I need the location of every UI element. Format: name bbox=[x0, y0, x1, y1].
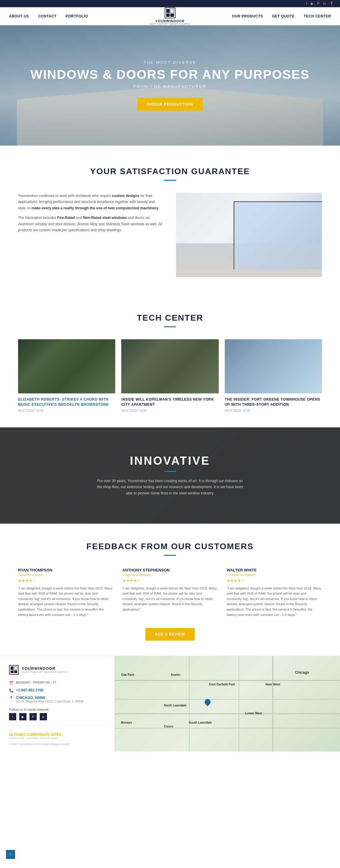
tech-img-visual-2 bbox=[121, 339, 218, 394]
footer-glyanec-sub: MARKETING, SUPPORT, ADVERTISING. bbox=[9, 737, 105, 740]
nav-left: ABOUT US CONTACT PORTFOLIO bbox=[9, 14, 88, 18]
tech-center-section: TECH CENTER ELIZABETH ROBERTS- STRIKES A… bbox=[0, 295, 340, 427]
map-icon: 📍 bbox=[9, 696, 13, 700]
map-road-v1 bbox=[189, 656, 190, 752]
navigation: ABOUT US CONTACT PORTFOLIO YOURWINDOOR E… bbox=[0, 7, 340, 25]
tech-card-img-1 bbox=[18, 339, 115, 394]
satisfaction-text: Yourwindoor continues to work with archi… bbox=[18, 193, 164, 237]
nav-portfolio[interactable]: PORTFOLIO bbox=[66, 14, 88, 18]
feedback-card-1: RYAN THOMPSON Customer of doors ★★★★☆ "I… bbox=[18, 568, 114, 618]
footer-map: Oak Park Austin East Garfield Park Near … bbox=[114, 656, 340, 752]
reviewer-type-3: Customer of windows bbox=[226, 573, 322, 577]
footer-hours-text: MONDAY - FRIDAY 09 - 17 bbox=[16, 681, 56, 684]
pinterest-icon[interactable]: P bbox=[317, 1, 319, 6]
satisfaction-para2: The fabrication includes Fire-Rated and … bbox=[18, 215, 164, 233]
reviewer-name-3: WALTER WHITE bbox=[226, 568, 322, 572]
youtube-icon[interactable]: ▶ bbox=[311, 1, 313, 6]
reviewer-name-1: RYAN THOMPSON bbox=[18, 568, 114, 572]
feedback-title: FEEDBACK FROM OUR CUSTOMERS bbox=[18, 542, 322, 551]
footer-pinterest-icon[interactable]: P bbox=[30, 713, 37, 720]
footer-brand-name: YOURWINDOOR bbox=[22, 666, 68, 671]
nav-tech-center[interactable]: TECH CENTER bbox=[304, 14, 331, 18]
reviewer-text-2: "I am delighted, bought a week before th… bbox=[122, 586, 218, 612]
hero-title: WINDOWS & DOORS FOR ANY PURPOSES bbox=[30, 68, 309, 82]
hero-pretitle: THE MOST DIVERSE bbox=[30, 60, 309, 65]
nav-contact[interactable]: CONTACT bbox=[38, 14, 57, 18]
tech-img-visual-3 bbox=[225, 339, 322, 394]
logo-sub: EURO COMFORT DESIGN & SUPPLY bbox=[150, 23, 190, 25]
map-label-near-west: Near West bbox=[266, 683, 280, 686]
satisfaction-section: YOUR SATISFACTION GUARANTEE Yourwindoor … bbox=[0, 146, 340, 295]
logo-icon bbox=[164, 7, 176, 18]
innovative-section: INNOVATIVE For over 30 years, Yourwindoo… bbox=[0, 427, 340, 524]
map-label-south-lawndale: South Lawndale bbox=[189, 721, 212, 724]
map-visual: Oak Park Austin East Garfield Park Near … bbox=[114, 656, 340, 752]
tech-center-title: TECH CENTER bbox=[18, 313, 322, 323]
add-review-button[interactable]: ADD A REVIEW bbox=[145, 628, 195, 641]
reviewer-type-2: Customer of windows bbox=[122, 573, 218, 577]
innovative-text: For over 30 years, Yourwindoor has been … bbox=[95, 478, 245, 496]
map-label-north-lawndale: North Lawndale bbox=[164, 704, 187, 707]
map-road-v3 bbox=[272, 656, 273, 752]
nav-logo[interactable]: YOURWINDOOR EURO COMFORT DESIGN & SUPPLY bbox=[150, 7, 190, 25]
feedback-card-2: ANTHONY STEPHENSON Customer of windows ★… bbox=[122, 568, 218, 618]
map-label-east-garfield: East Garfield Park bbox=[209, 683, 235, 686]
hero-subtitle: FROM THE MANUFACTURER bbox=[30, 84, 309, 89]
tech-card-date-1: 09.07.2021P 10:09 bbox=[18, 409, 115, 412]
tech-card-title-1: ELIZABETH ROBERTS- STRIKES A CHORD WITH … bbox=[18, 397, 115, 407]
map-road-v2 bbox=[239, 656, 239, 752]
satisfaction-divider bbox=[164, 180, 176, 181]
feedback-grid: RYAN THOMPSON Customer of doors ★★★★☆ "I… bbox=[18, 568, 322, 618]
reviewer-stars-2: ★★★★☆ bbox=[122, 578, 218, 583]
footer-social-label: Follow us in social network: bbox=[9, 708, 49, 711]
footer-hours: ⏰ MONDAY - FRIDAY 09 - 17 bbox=[9, 681, 105, 685]
map-label-austin: Austin bbox=[171, 673, 180, 676]
tech-center-divider bbox=[164, 326, 176, 327]
footer-glyanec-label: ✦ bbox=[9, 729, 105, 732]
satisfaction-title: YOUR SATISFACTION GUARANTEE bbox=[18, 166, 322, 176]
add-review-wrap: ADD A REVIEW bbox=[18, 628, 322, 641]
footer-glyanec-name: GLYANEC CORPORATE SITES bbox=[9, 733, 105, 737]
nav-get-quote[interactable]: GET QUOTE bbox=[272, 14, 295, 18]
footer-facebook-icon[interactable]: f bbox=[9, 713, 16, 720]
tech-card-title-2: INSIDE WILL KOPELMAN'S TIMELESS NEW YORK… bbox=[121, 397, 218, 407]
footer-street: 510 N. Magenta Way #1213, Cook Road, IL … bbox=[16, 700, 83, 703]
reviewer-name-2: ANTHONY STEPHENSON bbox=[122, 568, 218, 572]
footer-location: 📍 CHICAGO, 60008 510 N. Magenta Way #121… bbox=[9, 696, 105, 703]
nav-about-us[interactable]: ABOUT US bbox=[9, 14, 29, 18]
footer-social: Follow us in social network: f ▶ P in bbox=[9, 708, 105, 720]
facebook-icon[interactable]: f bbox=[306, 1, 307, 6]
footer-logo-wrap: YOURWINDOOR EURO COMFORT DESIGN & SUPPLY bbox=[9, 665, 105, 675]
top-bar: f ▶ P in 📍 bbox=[0, 0, 340, 7]
footer-social-icons: f ▶ P in bbox=[9, 713, 105, 720]
tech-card-1[interactable]: ELIZABETH ROBERTS- STRIKES A CHORD WITH … bbox=[18, 339, 115, 412]
footer-linkedin-icon[interactable]: in bbox=[40, 713, 47, 720]
map-road-h3 bbox=[114, 713, 340, 714]
room-visual bbox=[176, 193, 322, 277]
clock-icon: ⏰ bbox=[9, 681, 13, 685]
linkedin-icon[interactable]: in bbox=[323, 1, 326, 6]
nav-our-products[interactable]: OUR PRODUCTS bbox=[232, 14, 263, 18]
feedback-card-3: WALTER WHITE Customer of windows ★★★★☆ "… bbox=[226, 568, 322, 618]
footer-address: CHICAGO, 60008 510 N. Magenta Way #1213,… bbox=[16, 696, 83, 703]
location-icon[interactable]: 📍 bbox=[330, 1, 334, 6]
nav-right: OUR PRODUCTS GET QUOTE TECH CENTER bbox=[232, 14, 331, 18]
reviewer-type-1: Customer of doors bbox=[18, 573, 114, 577]
feedback-divider bbox=[164, 555, 176, 556]
feedback-section: FEEDBACK FROM OUR CUSTOMERS RYAN THOMPSO… bbox=[0, 524, 340, 656]
reviewer-stars-1: ★★★★☆ bbox=[18, 578, 114, 583]
tech-card-date-2: 09.07.2021P 10:09 bbox=[121, 409, 218, 412]
tech-card-3[interactable]: THE INSIDER: FORT GREENE TOWNHOUSE OPENS… bbox=[225, 339, 322, 412]
tech-card-img-2 bbox=[121, 339, 218, 394]
tech-card-2[interactable]: INSIDE WILL KOPELMAN'S TIMELESS NEW YORK… bbox=[121, 339, 218, 412]
map-label-berwyn: Berwyn bbox=[121, 721, 132, 724]
footer-logo-icon bbox=[9, 665, 19, 675]
hero-section: THE MOST DIVERSE WINDOWS & DOORS FOR ANY… bbox=[0, 25, 340, 146]
footer-youtube-icon[interactable]: ▶ bbox=[19, 713, 27, 720]
footer-left: YOURWINDOOR EURO COMFORT DESIGN & SUPPLY… bbox=[0, 656, 114, 752]
map-label-oak-park: Oak Park bbox=[121, 673, 134, 676]
reviewer-text-1: "I am delighted, bought a week before th… bbox=[18, 586, 114, 618]
footer-brand: YOURWINDOOR EURO COMFORT DESIGN & SUPPLY bbox=[22, 666, 68, 673]
order-production-button[interactable]: ORDER PRODUCTION bbox=[137, 98, 203, 111]
footer-phone-number[interactable]: +1 847-451-1705 bbox=[16, 688, 43, 692]
